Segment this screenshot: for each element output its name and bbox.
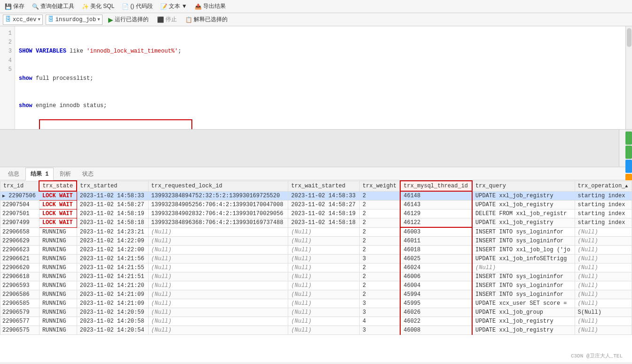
cell-trx-wait-started: (Null) bbox=[288, 299, 360, 308]
code-segment-label: () 代码段 bbox=[130, 2, 152, 10]
table-row[interactable]: 22906577RUNNING2023-11-02 14:20:58(Null)… bbox=[0, 317, 632, 326]
db1-selector[interactable]: 🗄 xcc_dev ▼ bbox=[3, 15, 43, 25]
cell-trx-started: 2023-11-02 14:21:55 bbox=[77, 263, 148, 272]
cell-trx-mysql-thread-id: 46004 bbox=[400, 281, 472, 290]
cell-arrow: 22906629 bbox=[0, 237, 40, 246]
explain-icon: 📋 bbox=[185, 16, 192, 23]
indicator-blue-1[interactable] bbox=[625, 160, 632, 173]
cell-arrow: 22906586 bbox=[0, 290, 40, 299]
table-row[interactable]: 22906621RUNNING2023-11-02 14:21:56(Null)… bbox=[0, 255, 632, 263]
cell-trx-operation: (Null) bbox=[575, 290, 632, 299]
run-selected-button[interactable]: ▶ 运行已选择的 bbox=[105, 15, 151, 24]
cell-trx-requested-lock-id: 139932384902832:706:4:2:139930170029056 bbox=[148, 209, 288, 218]
app-container: 💾 保存 🔍 查询创建工具 ✨ 美化 SQL 📄 () 代码段 📝 文本 ▼ 📤… bbox=[0, 0, 632, 362]
cell-trx-wait-started: (Null) bbox=[288, 326, 360, 335]
tab-bar: 信息 结果 1 剖析 状态 bbox=[0, 167, 632, 180]
cell-trx-started: 2023-11-02 14:22:09 bbox=[77, 237, 148, 246]
code-editor[interactable]: SHOW VARIABLES like 'innodb_lock_wait_ti… bbox=[15, 26, 632, 129]
table-row[interactable]: 22907504LOCK WAIT2023-11-02 14:58:271399… bbox=[0, 201, 632, 209]
cell-trx-mysql-thread-id: 46026 bbox=[400, 308, 472, 317]
table-row[interactable]: 22906623RUNNING2023-11-02 14:22:00(Null)… bbox=[0, 246, 632, 255]
tab-status[interactable]: 状态 bbox=[77, 168, 99, 180]
table-row[interactable]: 22906618RUNNING2023-11-02 14:21:51(Null)… bbox=[0, 272, 632, 281]
cell-trx-state: RUNNING bbox=[39, 272, 77, 281]
cell-trx-requested-lock-id: (Null) bbox=[148, 326, 288, 335]
table-row[interactable]: ▶ 22907506LOCK WAIT2023-11-02 14:58:3313… bbox=[0, 191, 632, 201]
tab-profiling[interactable]: 剖析 bbox=[55, 168, 76, 180]
cell-trx-operation: (Null) bbox=[575, 281, 632, 290]
export-icon: 📤 bbox=[195, 3, 202, 10]
col-header-trx-wait-started: trx_wait_started bbox=[288, 181, 360, 191]
cell-trx-wait-started: 2023-11-02 14:58:19 bbox=[288, 209, 360, 218]
tab-info[interactable]: 信息 bbox=[3, 168, 24, 180]
cell-trx-query: INSERT INTO sys_logininfor bbox=[472, 281, 575, 290]
cell-trx-wait-started: (Null) bbox=[288, 317, 360, 326]
table-row[interactable]: 22906593RUNNING2023-11-02 14:21:20(Null)… bbox=[0, 281, 632, 290]
cell-trx-state: RUNNING bbox=[39, 326, 77, 335]
cell-trx-requested-lock-id: (Null) bbox=[148, 290, 288, 299]
cell-trx-weight: 2 bbox=[360, 201, 401, 209]
save-button[interactable]: 💾 保存 bbox=[3, 1, 26, 11]
cell-trx-mysql-thread-id: 46122 bbox=[400, 218, 472, 228]
middle-scrollbar[interactable] bbox=[619, 130, 625, 167]
table-row[interactable]: 22907501LOCK WAIT2023-11-02 14:58:191399… bbox=[0, 209, 632, 218]
col-header-trx-state: trx_state bbox=[39, 181, 77, 191]
cell-trx-operation: (Null) bbox=[575, 246, 632, 255]
cell-arrow: 22906618 bbox=[0, 272, 40, 281]
beautify-button[interactable]: ✨ 美化 SQL bbox=[80, 1, 116, 11]
table-row[interactable]: 22906579RUNNING2023-11-02 14:20:59(Null)… bbox=[0, 308, 632, 317]
cell-trx-query: INSERT INTO sys_logininfor bbox=[472, 272, 575, 281]
cell-trx-state: RUNNING bbox=[39, 308, 77, 317]
db-selector-bar: 🗄 xcc_dev ▼ 🗄 insurdog_job ▼ ▶ 运行已选择的 ⬛ … bbox=[0, 13, 632, 26]
code-segment-button[interactable]: 📄 () 代码段 bbox=[120, 1, 154, 11]
cell-trx-started: 2023-11-02 14:22:00 bbox=[77, 246, 148, 255]
indicator-green-1[interactable] bbox=[625, 132, 632, 145]
table-row[interactable]: 22906658RUNNING2023-11-02 14:23:21(Null)… bbox=[0, 227, 632, 237]
table-row[interactable]: 22906585RUNNING2023-11-02 14:21:09(Null)… bbox=[0, 299, 632, 308]
cell-trx-weight: 2 bbox=[360, 237, 401, 246]
cell-trx-weight: 2 bbox=[360, 263, 401, 272]
cell-trx-requested-lock-id: (Null) bbox=[148, 317, 288, 326]
cell-trx-mysql-thread-id: 46018 bbox=[400, 246, 472, 255]
export-button[interactable]: 📤 导出结果 bbox=[193, 1, 228, 11]
code-line-2: show full processlist; bbox=[19, 74, 628, 83]
cell-trx-operation: (Null) bbox=[575, 272, 632, 281]
export-label: 导出结果 bbox=[203, 2, 226, 10]
cell-trx-requested-lock-id: (Null) bbox=[148, 299, 288, 308]
cell-arrow: ▶ 22907506 bbox=[0, 191, 40, 201]
explain-button[interactable]: 📋 解释已选择的 bbox=[182, 15, 230, 24]
cell-trx-state: LOCK WAIT bbox=[39, 209, 77, 218]
editor-scrollbar[interactable] bbox=[625, 26, 632, 129]
cell-arrow: 22906585 bbox=[0, 299, 40, 308]
selected-sql-block[interactable]: select * from information_schema.innodb_… bbox=[39, 119, 192, 129]
cell-trx-mysql-thread-id: 46006 bbox=[400, 272, 472, 281]
indicator-green-2[interactable] bbox=[625, 146, 632, 159]
line-num-2: 2 bbox=[3, 38, 12, 47]
toolbar: 💾 保存 🔍 查询创建工具 ✨ 美化 SQL 📄 () 代码段 📝 文本 ▼ 📤… bbox=[0, 0, 632, 13]
cell-trx-query: UPDATE xcx_user SET score = bbox=[472, 299, 575, 308]
stop-button[interactable]: ⬛ 停止 bbox=[154, 15, 180, 24]
tab-results-1[interactable]: 结果 1 bbox=[25, 168, 54, 180]
cell-trx-requested-lock-id: (Null) bbox=[148, 263, 288, 272]
db2-selector[interactable]: 🗄 insurdog_job ▼ bbox=[46, 15, 103, 25]
cell-trx-query: UPDATE xxl_job_registry bbox=[472, 201, 575, 209]
cell-trx-operation: (Null) bbox=[575, 227, 632, 237]
cell-trx-query: UPDATE xxl_job_registry bbox=[472, 317, 575, 326]
beautify-label: 美化 SQL bbox=[90, 2, 114, 10]
cell-trx-wait-started: (Null) bbox=[288, 246, 360, 255]
cell-trx-wait-started: (Null) bbox=[288, 255, 360, 263]
cell-trx-wait-started: (Null) bbox=[288, 263, 360, 272]
table-row[interactable]: 22906620RUNNING2023-11-02 14:21:55(Null)… bbox=[0, 263, 632, 272]
table-row[interactable]: 22906575RUNNING2023-11-02 14:20:54(Null)… bbox=[0, 326, 632, 335]
cell-arrow: 22907504 bbox=[0, 201, 40, 209]
query-builder-button[interactable]: 🔍 查询创建工具 bbox=[30, 1, 76, 11]
cell-trx-query: INSERT INTO sys_logininfor bbox=[472, 290, 575, 299]
code-line-1: SHOW VARIABLES like 'innodb_lock_wait_ti… bbox=[19, 47, 628, 56]
text-button[interactable]: 📝 文本 ▼ bbox=[158, 1, 189, 11]
table-row[interactable]: 22907499LOCK WAIT2023-11-02 14:58:181399… bbox=[0, 218, 632, 228]
cell-trx-query: (Null) bbox=[472, 263, 575, 272]
results-container[interactable]: trx_id trx_state trx_started trx_request… bbox=[0, 180, 632, 362]
table-row[interactable]: 22906586RUNNING2023-11-02 14:21:09(Null)… bbox=[0, 290, 632, 299]
cell-arrow: 22906577 bbox=[0, 317, 40, 326]
table-row[interactable]: 22906629RUNNING2023-11-02 14:22:09(Null)… bbox=[0, 237, 632, 246]
